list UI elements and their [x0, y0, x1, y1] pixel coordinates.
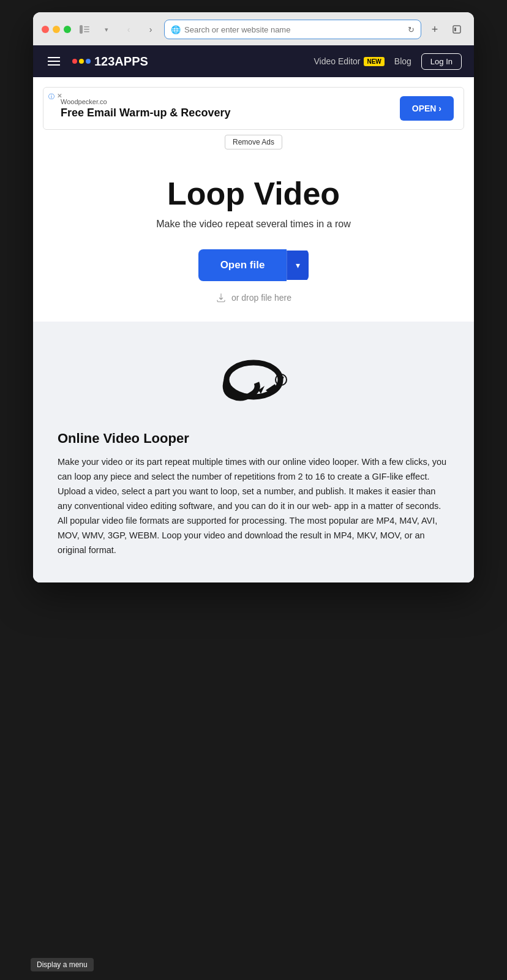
logo-dot-blue [86, 59, 91, 64]
logo-dot-yellow [79, 59, 84, 64]
info-body: Make your video or its part repeat multi… [58, 455, 449, 557]
nav-links: Video Editor NEW Blog Log In [314, 53, 462, 70]
display-menu-tooltip: Display a menu [31, 958, 94, 971]
svg-rect-2 [84, 29, 89, 30]
ad-close-button[interactable]: ✕ [57, 92, 62, 99]
globe-icon: 🌐 [171, 25, 181, 34]
traffic-lights [42, 26, 71, 33]
svg-point-9 [282, 377, 284, 379]
drop-file-area[interactable]: or drop file here [45, 292, 462, 303]
hero-title: Loop Video [45, 176, 462, 211]
hero-section: Loop Video Make the video repeat several… [33, 152, 474, 322]
ad-headline: Free Email Warm-up & Recovery [61, 107, 392, 119]
download-icon [216, 292, 227, 303]
ad-banner: ⓘ ✕ Woodpecker.co Free Email Warm-up & R… [43, 87, 464, 130]
svg-point-8 [279, 377, 280, 379]
forward-button[interactable]: › [142, 21, 159, 38]
browser-chrome: ▾ ‹ › 🌐 ↻ + [33, 12, 474, 45]
sidebar-toggle-button[interactable] [76, 21, 93, 38]
back-button[interactable]: ‹ [120, 21, 137, 38]
logo-dot-red [72, 59, 77, 64]
remove-ads-wrapper: Remove Ads [33, 130, 474, 152]
video-editor-nav-item[interactable]: Video Editor NEW [314, 56, 384, 66]
open-file-main-button[interactable]: Open file [198, 249, 287, 281]
info-title: Online Video Looper [58, 431, 449, 447]
ad-text: Woodpecker.co Free Email Warm-up & Recov… [53, 98, 392, 119]
blog-link[interactable]: Blog [394, 56, 411, 66]
loop-icon [211, 352, 296, 413]
address-bar: 🌐 ↻ [164, 20, 421, 39]
new-badge: NEW [364, 57, 384, 66]
svg-rect-3 [84, 31, 89, 32]
hero-subtitle: Make the video repeat several times in a… [45, 219, 462, 230]
drop-file-label: or drop file here [231, 293, 291, 303]
chevron-down-icon[interactable]: ▾ [98, 21, 115, 38]
open-file-wrapper: Open file ▾ [45, 249, 462, 281]
svg-rect-1 [84, 26, 89, 28]
remove-ads-button[interactable]: Remove Ads [225, 135, 282, 149]
svg-point-11 [282, 378, 284, 379]
logo-text: 123APPS [94, 55, 148, 69]
open-file-dropdown-button[interactable]: ▾ [287, 251, 309, 280]
hamburger-menu-button[interactable] [45, 55, 62, 68]
site-content: 123APPS Video Editor NEW Blog Log In ⓘ ✕… [33, 45, 474, 582]
info-section: Online Video Looper Make your video or i… [33, 322, 474, 582]
login-button[interactable]: Log In [421, 53, 462, 70]
new-tab-button[interactable]: + [426, 21, 443, 38]
svg-rect-5 [454, 28, 456, 31]
loop-icon-wrapper [58, 352, 449, 413]
browser-window: ▾ ‹ › 🌐 ↻ + [33, 12, 474, 582]
site-logo[interactable]: 123APPS [72, 55, 304, 69]
video-editor-link[interactable]: Video Editor [314, 56, 360, 66]
ad-cta-button[interactable]: OPEN › [400, 96, 454, 121]
tabs-button[interactable] [448, 21, 465, 38]
open-file-button-group: Open file ▾ [198, 249, 309, 281]
close-button[interactable] [42, 26, 49, 33]
address-input[interactable] [184, 25, 404, 34]
site-nav: 123APPS Video Editor NEW Blog Log In [33, 45, 474, 77]
svg-point-10 [279, 378, 280, 379]
reload-button[interactable]: ↻ [408, 25, 415, 34]
logo-dots [72, 59, 91, 64]
minimize-button[interactable] [53, 26, 60, 33]
ad-info-icon[interactable]: ⓘ [48, 92, 54, 101]
ad-source: Woodpecker.co [61, 98, 392, 105]
maximize-button[interactable] [64, 26, 71, 33]
svg-rect-0 [80, 25, 83, 34]
svg-rect-4 [453, 26, 460, 33]
